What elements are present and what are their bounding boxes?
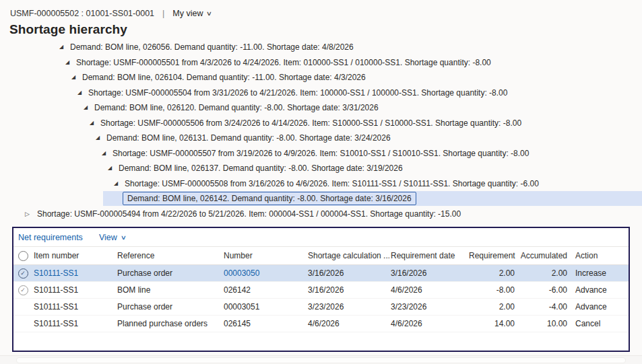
row-select-cell[interactable]: ✓ bbox=[13, 285, 32, 295]
chevron-down-icon: ∨ bbox=[120, 234, 126, 241]
select-all-cell[interactable] bbox=[13, 251, 32, 261]
tree-expanded-icon[interactable]: ◢ bbox=[96, 135, 100, 141]
tree-node[interactable]: ◢ Demand: BOM line, 026137. Demand quant… bbox=[0, 161, 642, 176]
action-cell: Advance bbox=[570, 302, 629, 312]
tree-node[interactable]: ▷ Shortage: USMF-000005494 from 4/22/202… bbox=[0, 207, 642, 222]
shortage-calc-cell: 3/23/2026 bbox=[307, 302, 389, 312]
item-number-link[interactable]: S10111-SS1 bbox=[32, 268, 116, 278]
tab-net-requirements[interactable]: Net requirements bbox=[18, 233, 83, 242]
tree-node-label: Shortage: USMF-000005508 from 3/16/2026 … bbox=[125, 179, 539, 188]
row-checked-icon[interactable]: ✓ bbox=[18, 285, 28, 295]
tree-node-label: Demand: BOM line, 026104. Demand quantit… bbox=[82, 73, 366, 82]
number-link[interactable]: 00003050 bbox=[222, 268, 307, 278]
col-shortage-calculation[interactable]: Shortage calculation ...↑ bbox=[307, 251, 389, 260]
reference-cell: Planned purchase orders bbox=[116, 319, 222, 328]
reference-cell: BOM line bbox=[116, 285, 222, 295]
tree-node-label: Shortage: USMF-000005507 from 3/19/2026 … bbox=[113, 149, 529, 158]
grid-header-row: Item number Reference Number Shortage ca… bbox=[13, 247, 629, 265]
number-cell: 026145 bbox=[222, 319, 307, 328]
action-cell: Advance bbox=[570, 285, 629, 295]
item-number-cell: S10111-SS1 bbox=[32, 319, 116, 328]
tree-node[interactable]: ◢ Demand: BOM line, 026104. Demand quant… bbox=[0, 70, 642, 85]
table-row[interactable]: S10111-SS1 Purchase order 00003051 3/23/… bbox=[13, 299, 629, 316]
requirement-date-cell: 4/6/2026 bbox=[389, 285, 468, 295]
tree-expanded-icon[interactable]: ◢ bbox=[102, 151, 106, 156]
table-row[interactable]: ✓ S10111-SS1 BOM line 026142 3/16/2026 4… bbox=[13, 282, 629, 299]
col-requirement-quantity[interactable]: Requirement q... bbox=[468, 251, 517, 260]
number-cell: 026142 bbox=[222, 285, 307, 295]
tree-expanded-icon[interactable]: ◢ bbox=[108, 166, 112, 171]
requirement-qty-cell: -8.00 bbox=[468, 285, 517, 295]
scrollbar-thumb[interactable] bbox=[16, 357, 626, 363]
tree-expanded-icon[interactable]: ◢ bbox=[84, 105, 88, 110]
page-title: Shortage hierarchy bbox=[9, 22, 127, 37]
horizontal-scrollbar[interactable] bbox=[0, 355, 642, 364]
tree-node[interactable]: ◢ Shortage: USMF-000005507 from 3/19/202… bbox=[0, 146, 642, 161]
shortage-tree: ◢ Demand: BOM line, 026056. Demand quant… bbox=[0, 40, 642, 223]
col-reference[interactable]: Reference bbox=[116, 251, 222, 260]
shortage-calc-cell: 3/16/2026 bbox=[307, 285, 389, 295]
col-item-number[interactable]: Item number bbox=[32, 251, 116, 260]
item-number-cell: S10111-SS1 bbox=[32, 285, 116, 295]
tree-expanded-icon[interactable]: ◢ bbox=[90, 120, 94, 126]
col-requirement-date[interactable]: Requirement date bbox=[389, 251, 468, 260]
requirement-date-cell: 3/16/2026 bbox=[389, 268, 468, 278]
tree-node[interactable]: ◢ Shortage: USMF-000005506 from 3/24/202… bbox=[0, 116, 642, 131]
action-cell: Cancel bbox=[570, 319, 629, 328]
tree-expanded-icon[interactable]: ◢ bbox=[65, 60, 69, 65]
tree-node[interactable]: ◢ Shortage: USMF-000005501 from 4/3/2026… bbox=[0, 55, 642, 71]
requirement-date-cell: 4/6/2026 bbox=[389, 319, 468, 328]
net-requirements-grid: Item number Reference Number Shortage ca… bbox=[13, 247, 629, 332]
number-cell: 00003051 bbox=[222, 302, 307, 312]
tree-node-label: Demand: BOM line, 026120. Demand quantit… bbox=[94, 103, 379, 112]
net-requirements-panel: Net requirements View ∨ Item number Refe… bbox=[12, 227, 630, 352]
tree-node-label[interactable]: Demand: BOM line, 026142. Demand quantit… bbox=[123, 192, 416, 205]
requirement-date-cell: 3/23/2026 bbox=[389, 302, 468, 312]
table-row[interactable]: S10111-SS1 Planned purchase orders 02614… bbox=[13, 316, 629, 332]
view-label: View bbox=[99, 233, 117, 242]
my-view-dropdown[interactable]: My view ∨ bbox=[172, 9, 212, 18]
tree-node[interactable]: ◢ Shortage: USMF-000005504 from 3/31/202… bbox=[0, 85, 642, 101]
tree-node-label: Demand: BOM line, 026137. Demand quantit… bbox=[119, 163, 403, 173]
tree-node-label: Shortage: USMF-000005506 from 3/24/2026 … bbox=[100, 118, 521, 128]
tree-node[interactable]: ◢ Demand: BOM line, 026131. Demand quant… bbox=[0, 131, 642, 146]
tree-node-selected[interactable]: Demand: BOM line, 026142. Demand quantit… bbox=[0, 191, 642, 206]
panel-tabbar: Net requirements View ∨ bbox=[13, 228, 629, 247]
requirement-qty-cell: 2.00 bbox=[468, 268, 517, 278]
tree-node[interactable]: ◢ Demand: BOM line, 026056. Demand quant… bbox=[0, 40, 642, 55]
row-select-cell[interactable]: ✓ bbox=[13, 268, 32, 279]
tree-expanded-icon[interactable]: ◢ bbox=[77, 90, 82, 96]
tree-expanded-icon[interactable]: ◢ bbox=[59, 44, 63, 50]
tree-node[interactable]: ◢ Shortage: USMF-000005508 from 3/16/202… bbox=[0, 176, 642, 192]
accumulated-cell: -4.00 bbox=[517, 302, 570, 312]
row-checked-icon[interactable]: ✓ bbox=[18, 268, 28, 279]
col-shortage-calculation-label: Shortage calculation ... bbox=[308, 251, 389, 260]
reference-cell: Purchase order bbox=[116, 268, 222, 278]
tree-node-label: Demand: BOM line, 026131. Demand quantit… bbox=[106, 133, 391, 143]
record-id: USMF-000005502 : 01001-SS01-0001 bbox=[10, 9, 154, 18]
tree-node-label: Demand: BOM line, 026056. Demand quantit… bbox=[70, 42, 354, 52]
col-action[interactable]: Action bbox=[570, 251, 629, 260]
header-separator: | bbox=[162, 9, 164, 18]
tree-expanded-icon[interactable]: ◢ bbox=[71, 75, 75, 80]
shortage-calc-cell: 3/16/2026 bbox=[307, 268, 389, 278]
tree-node[interactable]: ◢ Demand: BOM line, 026120. Demand quant… bbox=[0, 100, 642, 116]
accumulated-cell: 10.00 bbox=[517, 319, 570, 328]
col-number[interactable]: Number bbox=[222, 251, 307, 260]
action-cell: Increase bbox=[570, 268, 629, 278]
tree-node-label: Shortage: USMF-000005504 from 3/31/2026 … bbox=[88, 88, 507, 98]
shortage-calc-cell: 4/6/2026 bbox=[307, 319, 389, 328]
requirement-qty-cell: 2.00 bbox=[468, 302, 517, 312]
tree-expanded-icon[interactable]: ◢ bbox=[114, 181, 118, 186]
requirement-qty-cell: 14.00 bbox=[468, 319, 517, 328]
col-accumulated[interactable]: Accumulated bbox=[517, 251, 570, 260]
reference-cell: Purchase order bbox=[116, 302, 222, 312]
accumulated-cell: -6.00 bbox=[517, 285, 570, 295]
tree-collapsed-icon[interactable]: ▷ bbox=[25, 211, 30, 217]
tree-node-label: Shortage: USMF-000005494 from 4/22/2026 … bbox=[37, 209, 461, 219]
table-row[interactable]: ✓ S10111-SS1 Purchase order 00003050 3/1… bbox=[13, 265, 629, 282]
shortage-hierarchy-page: USMF-000005502 : 01001-SS01-0001 | My vi… bbox=[0, 0, 642, 364]
select-all-radio[interactable] bbox=[18, 251, 28, 261]
my-view-label: My view bbox=[172, 9, 203, 18]
view-dropdown[interactable]: View ∨ bbox=[99, 233, 125, 242]
